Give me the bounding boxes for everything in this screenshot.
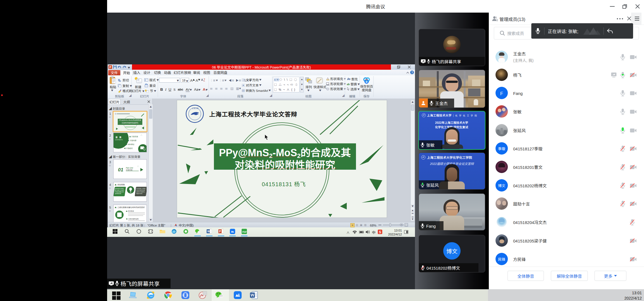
svg-text:PDF: PDF <box>242 231 247 233</box>
svg-text:上海工程: 上海工程 <box>192 107 199 109</box>
svg-text:P: P <box>219 230 221 233</box>
svg-text:W: W <box>207 230 210 233</box>
svg-text:A: A <box>201 78 203 82</box>
